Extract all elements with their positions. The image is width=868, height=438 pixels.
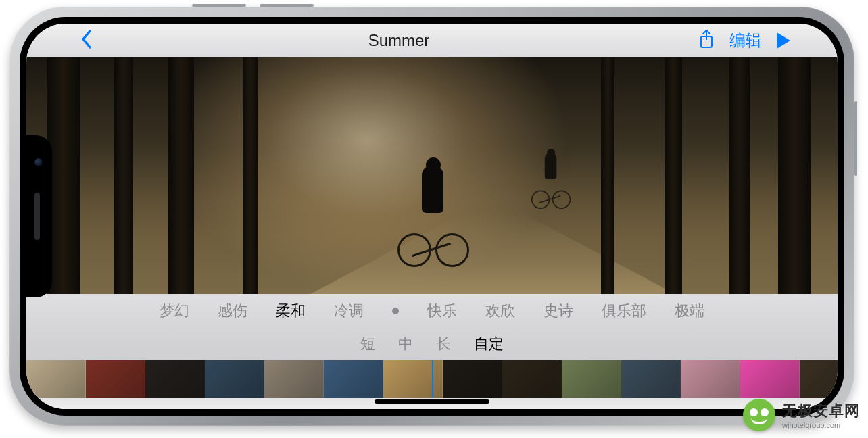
watermark-text: 无极安卓网 wjhotelgroup.com	[782, 401, 860, 429]
mood-option[interactable]: 史诗	[544, 301, 573, 321]
mood-option[interactable]: 极端	[675, 301, 704, 321]
scene-tree	[114, 57, 133, 294]
scene-cyclist	[402, 159, 462, 267]
watermark: 无极安卓网 wjhotelgroup.com	[743, 399, 860, 431]
screen: Summer 编辑	[26, 24, 838, 409]
mood-option[interactable]: 快乐	[427, 301, 457, 321]
nav-actions: 编辑	[698, 29, 790, 52]
duration-picker[interactable]: 短中长自定	[26, 328, 838, 360]
share-icon	[698, 29, 715, 49]
timeline-thumbnail[interactable]	[383, 360, 443, 398]
duration-option[interactable]: 长	[436, 334, 451, 354]
timeline-thumbnail[interactable]	[502, 360, 562, 398]
timeline-thumbnail[interactable]	[621, 360, 681, 398]
mood-current-indicator-icon	[392, 308, 399, 314]
mood-option[interactable]: 欢欣	[485, 301, 515, 321]
watermark-logo-icon	[743, 399, 775, 431]
mood-picker[interactable]: 梦幻感伤柔和冷调快乐欢欣史诗俱乐部极端	[26, 294, 838, 328]
chevron-left-icon	[80, 29, 93, 49]
volume-up-button	[192, 4, 246, 7]
scene-tree	[778, 57, 811, 294]
timeline-thumbnail[interactable]	[324, 360, 383, 398]
scene-tree	[601, 57, 614, 294]
timeline-thumbnail[interactable]	[740, 360, 800, 398]
watermark-url: wjhotelgroup.com	[782, 421, 860, 429]
timeline-thumbnail[interactable]	[800, 360, 838, 398]
back-button[interactable]	[74, 29, 99, 53]
memory-video-preview[interactable]	[26, 57, 838, 294]
scene-tree	[665, 57, 682, 294]
duration-option[interactable]: 自定	[474, 334, 504, 354]
home-indicator[interactable]	[375, 399, 489, 404]
volume-down-button	[260, 4, 314, 7]
mood-option[interactable]: 梦幻	[160, 301, 189, 321]
share-button[interactable]	[698, 29, 715, 52]
scene-cyclist	[533, 149, 567, 209]
scene-road	[310, 213, 675, 294]
nav-bar: Summer 编辑	[26, 24, 838, 57]
timeline-thumbnail[interactable]	[443, 360, 502, 398]
phone-frame: Summer 编辑	[9, 7, 854, 426]
phone-bezel: Summer 编辑	[20, 17, 844, 416]
timeline-thumbnail[interactable]	[264, 360, 324, 398]
timeline-thumbnail[interactable]	[681, 360, 740, 398]
bottom-safe-area	[26, 398, 838, 409]
timeline-thumbnail[interactable]	[86, 360, 145, 398]
timeline-thumbnail[interactable]	[26, 360, 86, 398]
front-camera	[34, 158, 43, 166]
watermark-title: 无极安卓网	[782, 401, 860, 421]
edit-button[interactable]: 编辑	[729, 30, 762, 51]
timeline-playhead[interactable]	[432, 360, 433, 398]
duration-option[interactable]: 中	[398, 334, 413, 354]
earpiece-speaker	[34, 193, 40, 240]
play-button[interactable]	[777, 32, 790, 49]
scene-tree	[243, 57, 258, 294]
mood-option[interactable]: 柔和	[276, 301, 306, 321]
device-notch	[26, 135, 52, 297]
scene-tree	[168, 57, 194, 294]
mood-option[interactable]: 感伤	[218, 301, 247, 321]
mood-option[interactable]: 冷调	[334, 301, 364, 321]
timeline-thumbnail[interactable]	[145, 360, 205, 398]
power-button	[854, 101, 857, 176]
timeline-thumbnail[interactable]	[562, 360, 621, 398]
timeline-thumbnail[interactable]	[205, 360, 264, 398]
page-title: Summer	[99, 31, 698, 50]
duration-option[interactable]: 短	[360, 334, 375, 354]
scene-tree	[729, 57, 750, 294]
mood-option[interactable]: 俱乐部	[602, 301, 646, 321]
